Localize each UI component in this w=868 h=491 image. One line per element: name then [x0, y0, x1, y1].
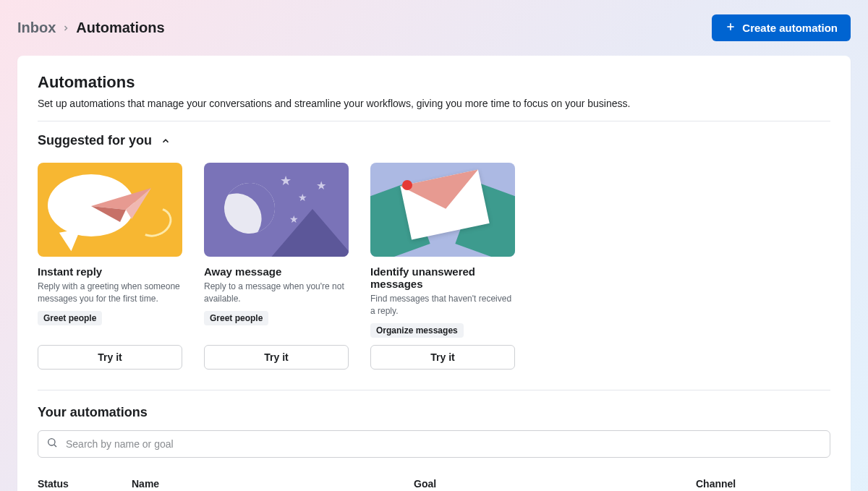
main-content: Automations Set up automations that mana…: [17, 56, 851, 491]
breadcrumb: Inbox Automations: [17, 20, 165, 36]
search-input[interactable]: [38, 430, 830, 458]
try-it-button[interactable]: Try it: [204, 345, 349, 370]
suggested-section-header[interactable]: Suggested for you: [38, 133, 830, 148]
search-icon: [46, 437, 58, 451]
suggestion-card-title: Instant reply: [38, 265, 182, 278]
suggestion-card-title: Identify unanswered messages: [370, 265, 515, 290]
create-automation-label: Create automation: [742, 22, 838, 34]
suggestion-card-description: Reply with a greeting when someone messa…: [38, 281, 182, 305]
away-message-illustration: ★ ★ ★ ★: [204, 163, 349, 257]
breadcrumb-current: Automations: [76, 20, 164, 36]
create-automation-button[interactable]: Create automation: [712, 14, 851, 41]
suggestion-card-tag: Greet people: [204, 311, 268, 325]
svg-point-5: [48, 438, 55, 445]
suggestion-card-tag: Organize messages: [370, 323, 464, 338]
chevron-right-icon: [61, 24, 70, 33]
search-row: [38, 430, 830, 458]
svg-line-6: [54, 445, 56, 447]
automations-table-header: Status Name Goal Channel: [38, 472, 830, 491]
column-header-channel: Channel: [696, 478, 830, 490]
top-bar: Inbox Automations Create automation: [0, 0, 868, 56]
your-automations-title: Your automations: [38, 405, 830, 420]
chevron-up-icon: [161, 136, 171, 146]
try-it-button[interactable]: Try it: [38, 345, 182, 370]
column-header-goal: Goal: [414, 478, 696, 490]
suggestion-card-instant-reply: Instant reply Reply with a greeting when…: [38, 163, 182, 370]
suggested-title: Suggested for you: [38, 133, 152, 148]
try-it-button[interactable]: Try it: [370, 345, 515, 370]
page-description: Set up automations that manage your conv…: [38, 98, 830, 121]
breadcrumb-root[interactable]: Inbox: [17, 20, 56, 36]
plus-icon: [725, 21, 736, 35]
column-header-name: Name: [132, 478, 414, 490]
suggestion-cards: Instant reply Reply with a greeting when…: [38, 163, 830, 370]
suggestion-card-description: Reply to a message when you're not avail…: [204, 281, 349, 305]
suggestion-card-description: Find messages that haven't received a re…: [370, 293, 515, 317]
suggestion-card-title: Away message: [204, 265, 349, 278]
instant-reply-illustration: [38, 163, 182, 257]
suggestion-card-tag: Greet people: [38, 311, 102, 325]
identify-unanswered-illustration: [370, 163, 515, 257]
section-divider: [38, 390, 830, 390]
page-title: Automations: [38, 73, 830, 92]
column-header-status: Status: [38, 478, 132, 490]
suggestion-card-away-message: ★ ★ ★ ★ Away message Reply to a message …: [204, 163, 349, 370]
suggestion-card-identify-unanswered: Identify unanswered messages Find messag…: [370, 163, 515, 370]
